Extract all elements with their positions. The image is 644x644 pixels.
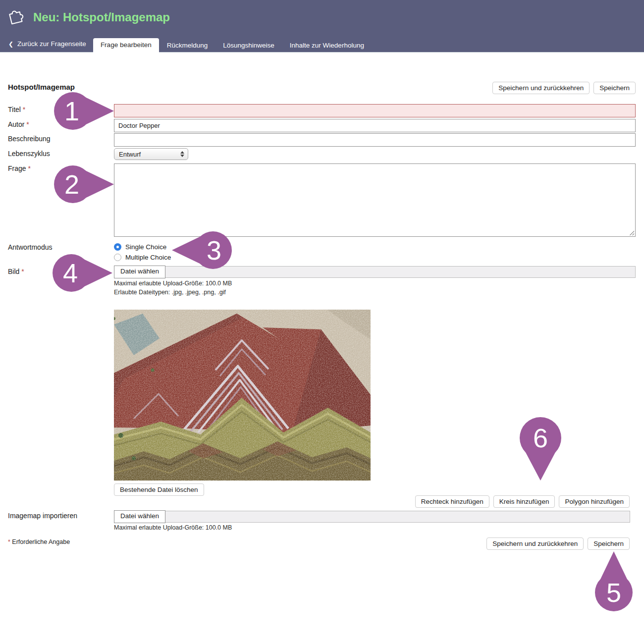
- bild-file-input: Datei wählen: [114, 266, 636, 278]
- required-asterisk: *: [23, 106, 25, 113]
- annotation-marker-5: 5: [594, 551, 634, 613]
- autor-label: Autor *: [8, 120, 29, 128]
- add-polygon-button[interactable]: Polygon hinzufügen: [559, 495, 630, 508]
- radio-selected-icon[interactable]: [114, 243, 121, 251]
- frage-textarea[interactable]: [114, 163, 636, 237]
- tab-rueckmeldung[interactable]: Rückmeldung: [160, 39, 215, 52]
- bild-label: Bild *: [8, 268, 24, 275]
- save-return-button-top[interactable]: Speichern und zurückkehren: [492, 82, 590, 94]
- back-to-questions-link[interactable]: ❮ Zurück zur Fragenseite: [8, 40, 86, 48]
- titel-input[interactable]: [114, 104, 636, 117]
- required-note: * Erforderliche Angabe: [8, 538, 70, 545]
- page-title: Neu: Hotspot/Imagemap: [33, 10, 170, 24]
- autor-input[interactable]: [114, 119, 636, 132]
- svg-text:5: 5: [606, 578, 621, 607]
- annotation-marker-2: 2: [53, 164, 115, 204]
- radio-unselected-icon[interactable]: [114, 254, 121, 261]
- bild-choose-file-button[interactable]: Datei wählen: [114, 266, 165, 278]
- bild-filetypes-note: Erlaubte Dateitypen: .jpg, .jpeg, .png, …: [114, 289, 226, 296]
- radio-multiple-choice-label: Multiple Choice: [125, 254, 171, 261]
- svg-text:3: 3: [207, 235, 221, 265]
- save-button-top[interactable]: Speichern: [593, 82, 636, 94]
- imagemap-file-input: Datei wählen: [114, 510, 630, 523]
- lebenszyklus-select[interactable]: Entwurf: [114, 148, 188, 160]
- tab-inhalte-wiederholung[interactable]: Inhalte zur Wiederholung: [282, 39, 372, 52]
- svg-text:6: 6: [533, 423, 548, 453]
- required-asterisk: *: [21, 268, 24, 275]
- tab-bar: ❮ Zurück zur Fragenseite Frage bearbeite…: [0, 35, 644, 53]
- imagemap-import-label: Imagemap importieren: [8, 512, 77, 520]
- question-edit-page: Neu: Hotspot/Imagemap ❮ Zurück zur Frage…: [0, 0, 644, 644]
- select-stepper-icon: [180, 151, 184, 157]
- svg-text:1: 1: [64, 96, 79, 126]
- back-link-label: Zurück zur Fragenseite: [17, 40, 86, 48]
- svg-text:2: 2: [64, 169, 79, 199]
- beschreibung-input[interactable]: [114, 133, 636, 147]
- annotation-marker-4: 4: [52, 253, 113, 293]
- required-asterisk: *: [26, 120, 29, 128]
- bild-filename-field[interactable]: [165, 266, 636, 278]
- app-header: Neu: Hotspot/Imagemap: [0, 0, 644, 35]
- required-asterisk: *: [28, 164, 30, 172]
- save-return-button-bottom[interactable]: Speichern und zurückkehren: [486, 537, 584, 550]
- resize-handle-icon[interactable]: [629, 230, 634, 235]
- antwortmodus-label: Antwortmodus: [8, 243, 52, 251]
- tab-frage-bearbeiten[interactable]: Frage bearbeiten: [93, 38, 159, 53]
- radio-single-choice[interactable]: Single Choice: [114, 243, 166, 251]
- bild-maxsize-note: Maximal erlaubte Upload-Größe: 100.0 MB: [114, 280, 232, 287]
- tab-loesungshinweise[interactable]: Lösungshinweise: [215, 39, 282, 52]
- imagemap-filename-field[interactable]: [165, 511, 630, 523]
- lebenszyklus-label: Lebenszyklus: [8, 150, 50, 158]
- radio-multiple-choice[interactable]: Multiple Choice: [114, 254, 171, 261]
- svg-text:4: 4: [63, 258, 78, 288]
- imagemap-choose-file-button[interactable]: Datei wählen: [114, 510, 165, 523]
- annotation-marker-1: 1: [53, 91, 115, 131]
- form-heading: Hotspot/Imagemap: [8, 83, 75, 91]
- beschreibung-label: Beschreibung: [8, 135, 51, 143]
- radio-single-choice-label: Single Choice: [125, 243, 166, 251]
- puzzle-icon: [7, 7, 27, 28]
- bottom-action-buttons: Speichern und zurückkehren Speichern: [486, 537, 630, 550]
- lebenszyklus-selected-value: Entwurf: [119, 151, 141, 158]
- top-action-buttons: Speichern und zurückkehren Speichern: [492, 82, 636, 94]
- frage-label: Frage *: [8, 164, 31, 172]
- add-circle-button[interactable]: Kreis hinzufügen: [493, 495, 555, 508]
- hotspot-image[interactable]: [114, 310, 371, 481]
- save-button-bottom[interactable]: Speichern: [588, 537, 630, 550]
- imagemap-maxsize-note: Maximal erlaubte Upload-Größe: 100.0 MB: [114, 524, 232, 531]
- chevron-left-icon: ❮: [8, 41, 13, 48]
- add-rectangle-button[interactable]: Rechteck hinzufügen: [415, 495, 489, 508]
- annotation-marker-6: 6: [520, 416, 561, 481]
- shape-add-buttons: Rechteck hinzufügen Kreis hinzufügen Pol…: [415, 495, 630, 508]
- delete-existing-file-button[interactable]: Bestehende Datei löschen: [114, 483, 204, 496]
- titel-label: Titel *: [8, 106, 25, 113]
